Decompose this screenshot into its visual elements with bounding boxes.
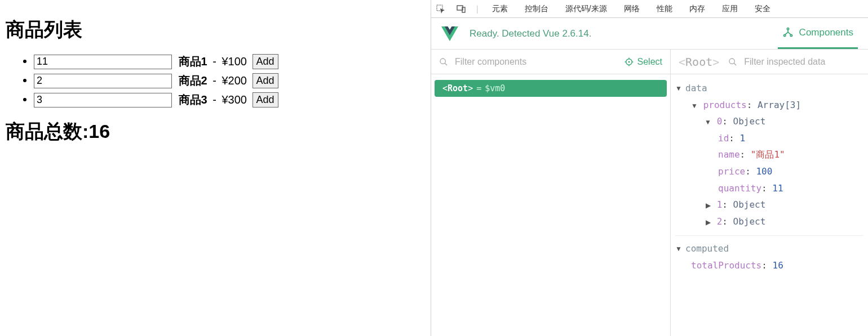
products-row[interactable]: products: Array[3] (675, 97, 863, 114)
chevron-right-icon (705, 199, 711, 212)
tab-elements[interactable]: 元素 (489, 4, 511, 14)
svg-point-14 (729, 59, 734, 64)
product-item: 商品1 - ¥100 Add (34, 54, 425, 69)
product-price: ¥300 (222, 93, 247, 106)
vue-devtools-bar: Ready. Detected Vue 2.6.14. Components (431, 18, 868, 50)
devtools-tabbar: | 元素 控制台 源代码/来源 网络 性能 内存 应用 安全 (431, 0, 868, 18)
add-button[interactable]: Add (253, 54, 278, 69)
computed-section-header[interactable]: computed (675, 240, 863, 257)
array-item-0[interactable]: 0: Object (675, 113, 863, 130)
chevron-down-icon (675, 243, 682, 255)
state-body: data products: Array[3] 0: Object id: (671, 74, 868, 285)
product-name: 商品2 (179, 74, 207, 87)
select-label: Select (637, 57, 662, 67)
prop-name: name: "商品1" (675, 146, 863, 163)
prop-price: price: 100 (675, 163, 863, 180)
svg-point-9 (628, 61, 630, 62)
svg-line-7 (445, 63, 447, 65)
tab-security[interactable]: 安全 (751, 4, 774, 14)
products-key: products (703, 100, 747, 110)
select-component-button[interactable]: Select (624, 57, 662, 67)
prop-quantity: quantity: 11 (675, 180, 863, 197)
tab-console[interactable]: 控制台 (521, 4, 552, 14)
tab-memory[interactable]: 内存 (686, 4, 708, 14)
tab-separator: | (476, 5, 479, 14)
devtools-pane: | 元素 控制台 源代码/来源 网络 性能 内存 应用 安全 Ready. De… (431, 0, 868, 336)
chevron-right-icon (705, 216, 711, 229)
total-value: 16 (88, 120, 110, 142)
product-name: 商品1 (179, 55, 207, 68)
component-tree: <Root> = $vm0 (431, 74, 670, 102)
chevron-down-icon (705, 116, 711, 128)
quantity-input[interactable] (34, 55, 172, 69)
dash: - (212, 74, 216, 87)
tab-sources[interactable]: 源代码/来源 (562, 4, 610, 14)
products-type: Array[3] (758, 100, 801, 110)
svg-line-15 (734, 63, 736, 65)
tree-item-tag: <Root> (442, 83, 473, 93)
array-item-2[interactable]: 2: Object (675, 213, 863, 230)
app-pane: 商品列表 商品1 - ¥100 Add 商品2 - ¥200 Add 商品3 -… (0, 0, 431, 336)
prop-id: id: 1 (675, 130, 863, 147)
add-button[interactable]: Add (253, 92, 278, 107)
computed-section: computed totalProducts: 16 (675, 235, 863, 274)
array-item-1[interactable]: 1: Object (675, 196, 863, 213)
inspect-element-icon[interactable] (436, 4, 446, 14)
computed-totalProducts: totalProducts: 16 (675, 257, 863, 274)
vue-tab-components[interactable]: Components (778, 18, 858, 49)
computed-section-label: computed (685, 240, 729, 257)
quantity-input[interactable] (34, 93, 172, 107)
state-filter-row: <Root> (671, 50, 868, 74)
search-icon (728, 57, 737, 66)
total-heading: 商品总数:16 (6, 119, 425, 145)
component-filter-input[interactable] (454, 56, 618, 68)
vue-logo-icon (441, 26, 458, 41)
components-icon (782, 27, 794, 38)
target-icon (624, 57, 634, 67)
component-tree-pane: Select <Root> = $vm0 (431, 50, 671, 336)
quantity-input[interactable] (34, 74, 172, 88)
dash: - (212, 93, 216, 106)
product-item: 商品2 - ¥200 Add (34, 73, 425, 88)
inspected-root-badge: <Root> (679, 55, 723, 69)
dash: - (212, 55, 216, 68)
state-inspector-pane: <Root> data products: Array[3] (671, 50, 868, 336)
product-price: ¥100 (222, 55, 247, 68)
tree-item-root[interactable]: <Root> = $vm0 (435, 80, 667, 97)
svg-point-6 (440, 59, 445, 64)
total-label: 商品总数: (6, 120, 88, 142)
tree-item-vm: $vm0 (485, 83, 505, 93)
svg-point-5 (790, 34, 792, 36)
tab-network[interactable]: 网络 (621, 4, 643, 14)
chevron-down-icon (675, 82, 682, 95)
product-price: ¥200 (222, 74, 247, 87)
data-section-header[interactable]: data (675, 80, 863, 97)
vue-main: Select <Root> = $vm0 <Root> (431, 50, 868, 336)
data-section: data products: Array[3] 0: Object id: (675, 80, 863, 230)
chevron-down-icon (691, 100, 698, 112)
vue-tab-components-label: Components (799, 27, 853, 38)
tab-performance[interactable]: 性能 (653, 4, 676, 14)
data-section-label: data (685, 80, 707, 97)
page-title: 商品列表 (6, 17, 425, 43)
svg-point-4 (783, 34, 785, 36)
product-list: 商品1 - ¥100 Add 商品2 - ¥200 Add 商品3 - ¥300… (6, 54, 425, 107)
svg-point-3 (787, 28, 789, 30)
search-icon (439, 57, 448, 66)
product-name: 商品3 (179, 93, 207, 106)
add-button[interactable]: Add (253, 73, 278, 88)
tree-item-eq: = (476, 83, 481, 93)
component-filter-row: Select (431, 50, 670, 74)
tab-application[interactable]: 应用 (719, 4, 741, 14)
product-item: 商品3 - ¥300 Add (34, 92, 425, 107)
state-filter-input[interactable] (743, 56, 860, 68)
device-toolbar-icon[interactable] (456, 4, 466, 14)
vue-status-text: Ready. Detected Vue 2.6.14. (470, 28, 778, 39)
